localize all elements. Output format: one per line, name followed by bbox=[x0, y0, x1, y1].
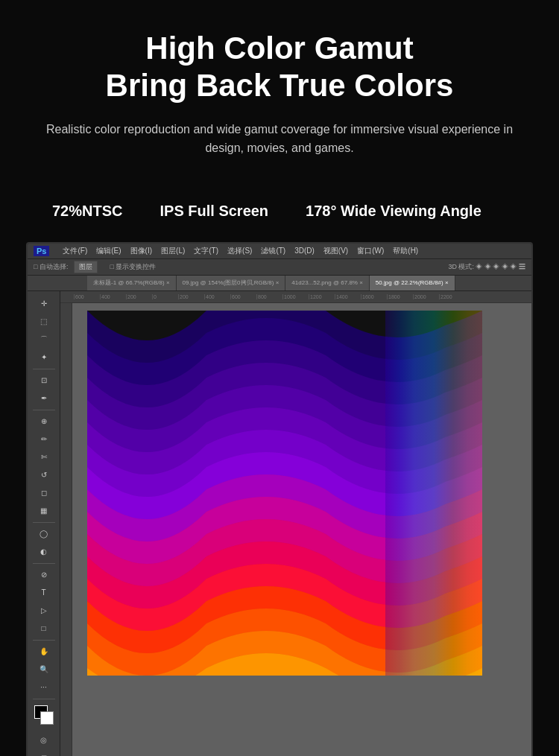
tool-history[interactable]: ↺ bbox=[36, 467, 52, 483]
feature-angle: 178° Wide Viewing Angle bbox=[306, 203, 481, 220]
tool-separator-2 bbox=[33, 410, 55, 410]
menu-help[interactable]: 帮助(H) bbox=[393, 246, 418, 256]
ps-left-panel: ✛ ⬚ ⌒ ✦ ⊡ ✒ ⊕ ✏ ✄ ↺ ◻ ▦ ◯ ◐ bbox=[28, 291, 60, 756]
tool-blur[interactable]: ◯ bbox=[36, 526, 52, 542]
tool-path[interactable]: ▷ bbox=[36, 603, 52, 619]
ps-window: Ps 文件(F) 编辑(E) 图像(I) 图层(L) 文字(T) 选择(S) 滤… bbox=[28, 244, 531, 756]
tab-2[interactable]: 09.jpg @ 154%(图层0拷贝,RGB/8) × bbox=[177, 276, 286, 290]
ps-tabs-row: 未标题-1 @ 66.7%(RGB/8) × 09.jpg @ 154%(图层0… bbox=[28, 276, 531, 291]
tool-lasso[interactable]: ⌒ bbox=[36, 331, 52, 348]
menu-image[interactable]: 图像(I) bbox=[130, 246, 152, 256]
menu-edit[interactable]: 编辑(E) bbox=[96, 246, 121, 256]
menu-layer[interactable]: 图层(L) bbox=[161, 246, 185, 256]
tool-dodge[interactable]: ◐ bbox=[36, 544, 52, 560]
tool-pen[interactable]: ⊘ bbox=[36, 567, 52, 583]
tool-wand[interactable]: ✦ bbox=[36, 349, 52, 366]
tool-eyedropper[interactable]: ✒ bbox=[36, 390, 52, 407]
features-row: 72%NTSC IPS Full Screen 178° Wide Viewin… bbox=[0, 195, 559, 235]
ruler-top: 600 400 200 0 200 400 600 800 1000 1200 … bbox=[60, 291, 531, 303]
tool-clone[interactable]: ✄ bbox=[36, 449, 52, 466]
menu-3d[interactable]: 3D(D) bbox=[294, 247, 315, 255]
subtitle: Realistic color reproduction and wide ga… bbox=[45, 120, 514, 158]
tool-separator-3 bbox=[33, 522, 55, 523]
menu-file[interactable]: 文件(F) bbox=[63, 246, 87, 256]
toolbar-transform: □ 显示变换控件 bbox=[110, 262, 156, 272]
page-container: High Color Gamut Bring Back True Colors … bbox=[0, 0, 559, 756]
ps-canvas-area: 600 400 200 0 200 400 600 800 1000 1200 … bbox=[60, 291, 531, 756]
tool-crop[interactable]: ⊡ bbox=[36, 372, 52, 389]
tool-shape[interactable]: □ bbox=[36, 620, 52, 637]
canvas-wrapper bbox=[72, 303, 531, 756]
tool-screen[interactable]: ⊞ bbox=[36, 750, 52, 756]
feature-ntsc: 72%NTSC bbox=[52, 203, 122, 220]
main-title: High Color Gamut Bring Back True Colors bbox=[45, 30, 514, 105]
tab-1[interactable]: 未标题-1 @ 66.7%(RGB/8) × bbox=[87, 276, 177, 290]
toolbar-auto-select: □ 自动选择: bbox=[34, 262, 68, 272]
tab-4[interactable]: 50.jpg @ 22.2%(RGB/8#) × bbox=[370, 276, 455, 290]
menu-view[interactable]: 视图(V) bbox=[323, 246, 348, 256]
ps-body: ✛ ⬚ ⌒ ✦ ⊡ ✒ ⊕ ✏ ✄ ↺ ◻ ▦ ◯ ◐ bbox=[28, 291, 531, 756]
tool-gradient[interactable]: ▦ bbox=[36, 503, 52, 519]
tool-move[interactable]: ✛ bbox=[36, 296, 52, 312]
ps-logo: Ps bbox=[34, 246, 49, 256]
menu-window[interactable]: 窗口(W) bbox=[357, 246, 384, 256]
tool-heal[interactable]: ⊕ bbox=[36, 413, 52, 430]
tool-zoom[interactable]: 🔍 bbox=[36, 661, 52, 678]
ruler-left bbox=[60, 303, 72, 756]
tool-type[interactable]: T bbox=[36, 585, 52, 601]
tool-eraser[interactable]: ◻ bbox=[36, 485, 52, 501]
toolbar-3d: 3D 模式: ◈ ◈ ◈ ◈ ◈ ☰ bbox=[448, 262, 525, 272]
ps-menubar: Ps 文件(F) 编辑(E) 图像(I) 图层(L) 文字(T) 选择(S) 滤… bbox=[28, 244, 531, 259]
color-boxes[interactable] bbox=[34, 705, 54, 725]
menu-text[interactable]: 文字(T) bbox=[194, 246, 218, 256]
tab-3[interactable]: 41d23...52.png @ 67.8% × bbox=[285, 276, 370, 290]
tool-brush[interactable]: ✏ bbox=[36, 431, 52, 448]
svg-rect-3 bbox=[385, 311, 482, 676]
tool-quickmask[interactable]: ◎ bbox=[36, 732, 52, 749]
header-section: High Color Gamut Bring Back True Colors … bbox=[0, 0, 559, 195]
ps-toolbar-row: □ 自动选择: 图层 □ 显示变换控件 3D 模式: ◈ ◈ ◈ ◈ ◈ ☰ bbox=[28, 259, 531, 276]
tool-separator-6 bbox=[33, 699, 55, 699]
toolbar-layer-select[interactable]: 图层 bbox=[74, 261, 98, 273]
tool-separator-5 bbox=[33, 640, 55, 641]
tool-separator-4 bbox=[33, 563, 55, 564]
tool-separator-1 bbox=[33, 369, 55, 369]
tool-dots[interactable]: ··· bbox=[36, 679, 52, 696]
ps-canvas bbox=[87, 311, 482, 676]
rainbow-svg bbox=[87, 311, 482, 676]
screen-mockup: Ps 文件(F) 编辑(E) 图像(I) 图层(L) 文字(T) 选择(S) 滤… bbox=[26, 242, 533, 756]
tool-marquee[interactable]: ⬚ bbox=[36, 314, 52, 330]
menu-select[interactable]: 选择(S) bbox=[227, 246, 252, 256]
quick-mask-buttons: ◎ ⊞ bbox=[36, 732, 52, 756]
menu-filter[interactable]: 滤镜(T) bbox=[261, 246, 285, 256]
tool-hand[interactable]: ✋ bbox=[36, 644, 52, 660]
feature-ips: IPS Full Screen bbox=[160, 203, 268, 220]
